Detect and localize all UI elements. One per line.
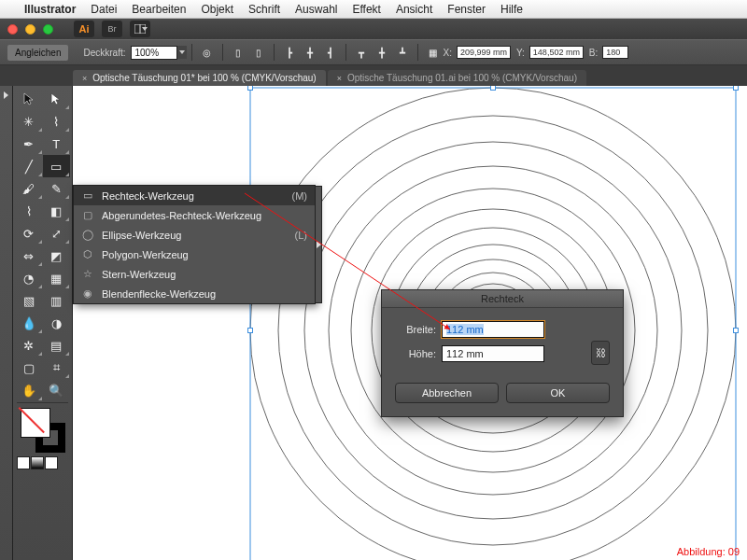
flyout-star[interactable]: ☆Stern-Werkzeug [74,264,315,284]
align-h1-icon[interactable]: ┣ [280,43,299,62]
transform-label: Angleichen [7,45,68,61]
tab-close-icon[interactable]: × [82,74,87,83]
tab-label: Optische Täuschung 01.ai bei 100 % (CMYK… [347,73,577,83]
blend-tool[interactable]: ◑ [43,312,71,334]
menu-ansicht[interactable]: Ansicht [396,3,432,16]
flyout-ellipse[interactable]: ◯Ellipse-Werkzeug(L) [74,225,315,245]
width-tool[interactable]: ⇔ [15,245,43,267]
eyedropper-tool[interactable]: 💧 [15,312,43,334]
y-label: Y: [516,48,525,58]
document-tabbar: ×Optische Täuschung 01* bei 100 % (CMYK/… [0,65,747,86]
align-center-icon[interactable]: ▯ [249,43,268,62]
tab-close-icon[interactable]: × [337,74,342,83]
menu-effekt[interactable]: Effekt [352,3,380,16]
mesh-tool[interactable]: ▧ [15,289,43,312]
graph-tool[interactable]: ▤ [43,334,71,357]
style-icon[interactable]: ◎ [198,43,217,62]
align-v2-icon[interactable]: ╋ [373,43,391,62]
none-mode-icon[interactable] [45,456,58,469]
tab-doc-1[interactable]: ×Optische Täuschung 01* bei 100 % (CMYK/… [73,70,326,86]
pencil-tool[interactable]: ✎ [43,177,71,200]
flyout-rounded-rect[interactable]: ▢Abgerundetes-Rechteck-Werkzeug [74,205,315,225]
color-mode-icon[interactable] [17,456,30,469]
svg-rect-20 [491,86,496,91]
y-input[interactable] [529,46,584,59]
menu-objekt[interactable]: Objekt [201,3,233,16]
x-input[interactable] [457,46,511,59]
menu-app[interactable]: Illustrator [24,3,76,16]
control-bar: Angleichen Deckkraft: ◎ ▯ ▯ ┣ ╋ ┫ ┳ ╋ ┻ … [0,39,747,65]
ai-logo-icon: Ai [74,21,94,37]
flyout-flare[interactable]: ◉Blendenflecke-Werkzeug [74,284,315,303]
hand-tool[interactable]: ✋ [15,379,43,401]
slice-tool[interactable]: ⌗ [43,357,71,379]
align-h2-icon[interactable]: ╋ [301,43,319,62]
flyout-rechteck[interactable]: ▭Rechteck-Werkzeug(M) [74,186,315,205]
menu-fenster[interactable]: Fenster [447,3,486,16]
height-input[interactable]: 112 mm [442,345,544,362]
svg-rect-17 [248,86,253,91]
perspective-tool[interactable]: ▦ [43,267,71,289]
direct-selection-tool[interactable] [43,88,71,110]
type-tool[interactable]: T [43,133,71,155]
b-input[interactable] [602,46,628,59]
collapsed-panel-strip[interactable] [0,86,13,560]
symbol-sprayer-tool[interactable]: ✲ [15,334,43,357]
width-input[interactable]: 112 mm [442,321,544,338]
rectangle-dialog: Rechteck Breite: 112 mm Höhe: 112 mm ⛓ A… [381,289,624,417]
shape-builder-tool[interactable]: ◔ [15,267,43,289]
bridge-icon[interactable]: Br [102,21,122,37]
line-tool[interactable]: ╱ [15,155,43,177]
lasso-tool[interactable]: ⌇ [43,110,71,133]
align-left-icon[interactable]: ▯ [229,43,247,62]
opacity-dropdown-icon[interactable] [177,46,187,59]
height-label: Höhe: [395,348,436,359]
pen-tool[interactable]: ✒ [15,133,43,155]
dialog-title: Rechteck [382,290,623,308]
artboard-tool[interactable]: ▢ [15,357,43,379]
tab-doc-2[interactable]: ×Optische Täuschung 01.ai bei 100 % (CMY… [328,70,586,86]
tearoff-handle-icon[interactable] [315,186,322,303]
link-dimensions-icon[interactable]: ⛓ [591,341,610,365]
menu-auswahl[interactable]: Auswahl [295,3,337,16]
gradient-tool[interactable]: ▥ [43,289,71,312]
menu-bearbeiten[interactable]: Bearbeiten [132,3,186,16]
align-v3-icon[interactable]: ┻ [393,43,412,62]
polygon-icon: ⬡ [81,248,94,260]
star-icon: ☆ [81,268,94,280]
selection-tool[interactable] [15,88,43,110]
svg-rect-23 [734,86,739,91]
menu-schrift[interactable]: Schrift [248,3,280,16]
gradient-mode-icon[interactable] [31,456,44,469]
transform-ref-icon[interactable]: ▦ [424,43,443,62]
scale-tool[interactable]: ⤢ [43,222,71,245]
expand-panel-icon[interactable] [4,91,8,99]
blob-brush-tool[interactable]: ⌇ [15,200,43,222]
menu-hilfe[interactable]: Hilfe [500,3,523,16]
close-icon[interactable] [7,24,18,35]
menu-datei[interactable]: Datei [91,3,117,16]
width-label: Breite: [395,324,436,335]
fill-stroke-swatch[interactable] [17,406,69,453]
align-v1-icon[interactable]: ┳ [352,43,371,62]
align-h3-icon[interactable]: ┫ [321,43,340,62]
paintbrush-tool[interactable]: 🖌 [15,177,43,200]
zoom-tool[interactable]: 🔍 [43,379,71,401]
fill-swatch[interactable] [21,408,50,438]
rectangle-tool[interactable]: ▭ [43,155,71,177]
minimize-icon[interactable] [25,24,35,35]
ellipse-icon: ◯ [81,229,94,241]
zoom-icon[interactable] [43,24,53,35]
rotate-tool[interactable]: ⟳ [15,222,43,245]
arrange-docs-icon[interactable] [130,21,150,37]
magic-wand-tool[interactable]: ✳ [15,110,43,133]
ok-button[interactable]: OK [506,383,610,403]
free-transform-tool[interactable]: ◩ [43,245,71,267]
rectangle-icon: ▭ [81,189,94,202]
cancel-button[interactable]: Abbrechen [395,383,499,403]
flyout-polygon[interactable]: ⬡Polygon-Werkzeug [74,245,315,264]
opacity-input[interactable] [131,46,177,60]
rounded-rect-icon: ▢ [81,209,94,221]
eraser-tool[interactable]: ◧ [43,200,71,222]
b-label: B: [589,48,598,58]
